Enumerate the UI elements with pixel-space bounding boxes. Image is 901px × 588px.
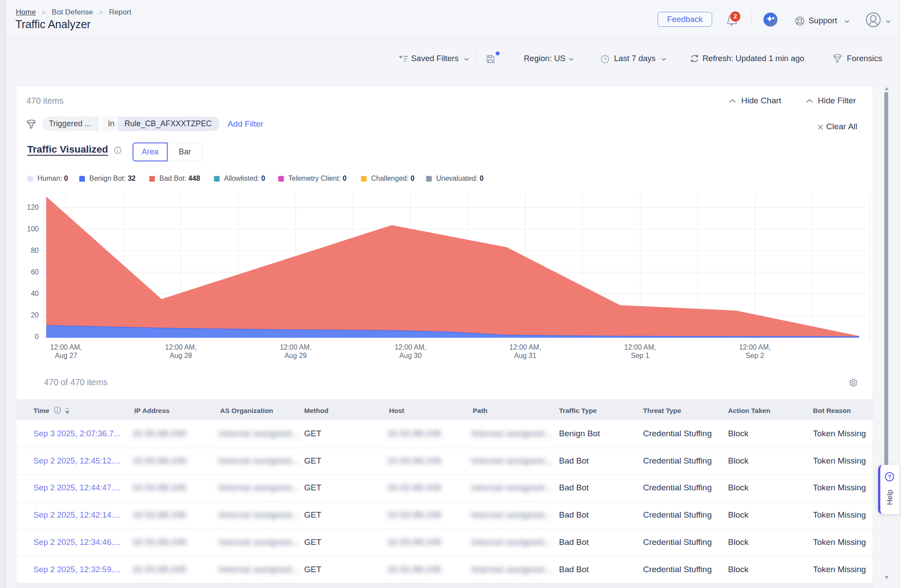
svg-text:?: ?	[888, 474, 891, 480]
